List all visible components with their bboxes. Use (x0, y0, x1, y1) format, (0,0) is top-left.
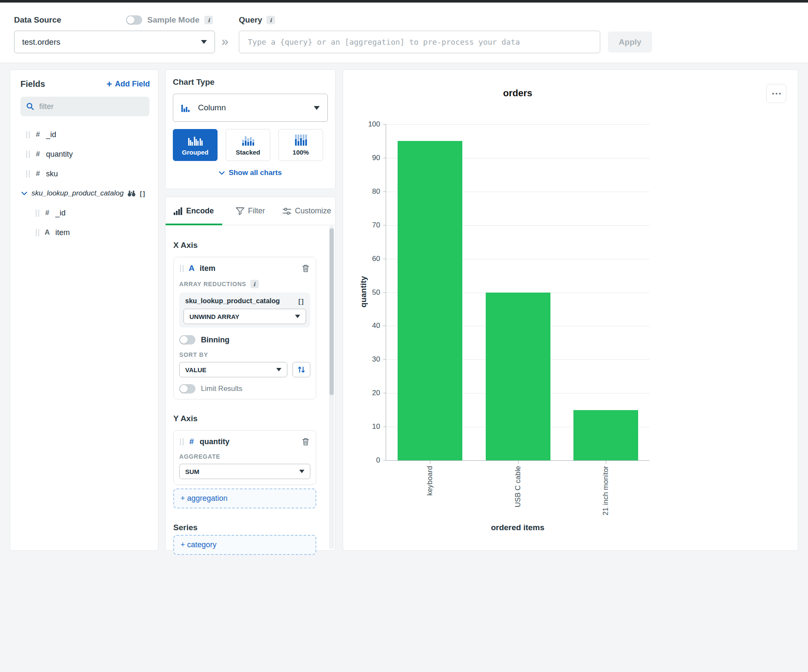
x-axis-title: ordered items (386, 523, 650, 532)
y-tick-mark (383, 191, 386, 192)
sort-by-value: VALUE (185, 366, 206, 373)
x-tick-mark (430, 460, 430, 464)
y-axis-field-name: quantity (200, 437, 229, 446)
field-row-sku[interactable]: # sku (10, 164, 154, 184)
y-tick-label: 30 (372, 355, 380, 364)
chart-variant-group: Grouped Stacked (173, 129, 328, 161)
data-source-label: Data Source (14, 15, 61, 25)
y-tick-mark (383, 258, 386, 259)
drag-handle-icon[interactable] (180, 265, 183, 272)
sample-mode-label: Sample Mode (147, 15, 199, 25)
drag-handle-icon[interactable] (26, 170, 30, 178)
apply-button[interactable]: Apply (608, 32, 652, 52)
field-row-lookup-id[interactable]: # _id (10, 203, 154, 223)
variant-label: Grouped (182, 149, 209, 156)
scrollbar-track[interactable] (329, 226, 334, 549)
show-all-charts-label: Show all charts (229, 169, 282, 177)
sort-direction-button[interactable] (292, 362, 310, 377)
drag-handle-icon[interactable] (26, 131, 30, 138)
query-label: Query (239, 15, 262, 25)
info-icon[interactable]: i (204, 16, 213, 24)
tab-encode[interactable]: Encode (166, 197, 222, 225)
field-filter-input[interactable] (39, 102, 143, 111)
field-name: sku_lookup_product_catalog (32, 189, 123, 198)
sample-mode-toggle[interactable] (126, 15, 142, 25)
chevron-down-icon (219, 171, 225, 175)
column-chart-icon (181, 103, 191, 113)
trash-icon[interactable] (302, 264, 309, 273)
aggregate-value: SUM (185, 468, 199, 475)
y-tick-mark (383, 326, 386, 326)
number-type-icon: # (187, 437, 196, 446)
query-input[interactable] (239, 31, 600, 53)
scrollbar-thumb[interactable] (330, 228, 334, 395)
chart-menu-button[interactable] (766, 84, 786, 103)
limit-results-toggle[interactable] (179, 384, 195, 393)
y-tick-label: 0 (376, 456, 380, 465)
sort-by-select[interactable]: VALUE (179, 362, 287, 377)
variant-label: 100% (292, 149, 309, 156)
fields-panel: Fields + Add Field # _id # quantity # sk… (10, 69, 158, 551)
y-tick-mark (383, 460, 386, 461)
y-tick-mark (383, 427, 386, 427)
y-tick-label: 80 (372, 187, 380, 196)
chevron-down-icon (201, 40, 207, 44)
drag-handle-icon[interactable] (36, 229, 39, 236)
add-aggregation-button[interactable]: + aggregation (173, 488, 316, 508)
chevron-down-icon (295, 315, 300, 318)
ellipsis-icon (772, 93, 774, 95)
drag-handle-icon[interactable] (36, 210, 39, 217)
search-icon (26, 103, 34, 110)
field-row-id[interactable]: # _id (10, 125, 154, 144)
tab-customize[interactable]: Customize (278, 197, 335, 225)
show-all-charts-link[interactable]: Show all charts (173, 169, 328, 177)
y-axis-title: quantity (359, 268, 368, 315)
x-axis-heading: X Axis (173, 241, 316, 250)
chart-plot-area: 0102030405060708090100keyboardUSB C cabl… (386, 124, 650, 460)
binoculars-icon (127, 190, 136, 197)
unwind-array-select[interactable]: UNWIND ARRAY (183, 309, 306, 324)
field-row-lookup-item[interactable]: A item (10, 223, 154, 242)
add-field-label: Add Field (115, 80, 150, 89)
drag-handle-icon[interactable] (26, 151, 30, 158)
query-label-group: Query i (239, 15, 275, 25)
array-reductions-label: ARRAY REDUCTIONS (179, 281, 246, 287)
encode-tabs: Encode Filter Customize (166, 197, 335, 225)
tab-filter[interactable]: Filter (222, 197, 279, 225)
bar-usb-c-cable[interactable] (486, 293, 550, 461)
stacked-bars-icon (242, 135, 255, 146)
sort-by-row: SORT BY (179, 351, 310, 358)
variant-grouped-button[interactable]: Grouped (173, 129, 218, 161)
bar-keyboard[interactable] (398, 141, 462, 460)
binning-label: Binning (201, 336, 229, 345)
aggregate-select[interactable]: SUM (179, 464, 310, 479)
number-type-icon: # (34, 150, 42, 158)
y-tick-mark (383, 124, 386, 125)
data-source-select[interactable]: test.orders (14, 31, 215, 53)
add-field-button[interactable]: + Add Field (106, 80, 150, 89)
grouped-bars-icon (188, 135, 203, 146)
aggregate-row: AGGREGATE (179, 453, 310, 460)
chevron-down-icon (314, 106, 320, 110)
y-tick-label: 100 (368, 120, 380, 129)
variant-stacked-button[interactable]: Stacked (226, 129, 270, 161)
chart-type-select[interactable]: Column (173, 94, 328, 122)
x-tick-mark (518, 460, 519, 464)
binning-toggle[interactable] (179, 335, 195, 345)
add-category-button[interactable]: + category (173, 535, 316, 555)
field-row-sku-lookup-product-catalog[interactable]: sku_lookup_product_catalog [] (10, 184, 154, 203)
info-icon[interactable]: i (266, 16, 275, 24)
tab-customize-label: Customize (295, 207, 331, 215)
encode-content: X Axis A item ARRAY REDUCTIONS i (166, 241, 335, 555)
double-chevron-icon: » (221, 34, 229, 49)
trash-icon[interactable] (302, 437, 309, 446)
variant-100-button[interactable]: 100% (278, 129, 323, 161)
sort-controls: VALUE (179, 362, 310, 377)
info-icon[interactable]: i (250, 280, 259, 288)
chevron-down-icon[interactable] (21, 192, 28, 195)
toggle-knob (180, 385, 188, 393)
field-name: sku (46, 169, 58, 178)
field-row-quantity[interactable]: # quantity (10, 144, 154, 164)
bar-21-inch-monitor[interactable] (573, 410, 638, 460)
drag-handle-icon[interactable] (180, 438, 183, 445)
